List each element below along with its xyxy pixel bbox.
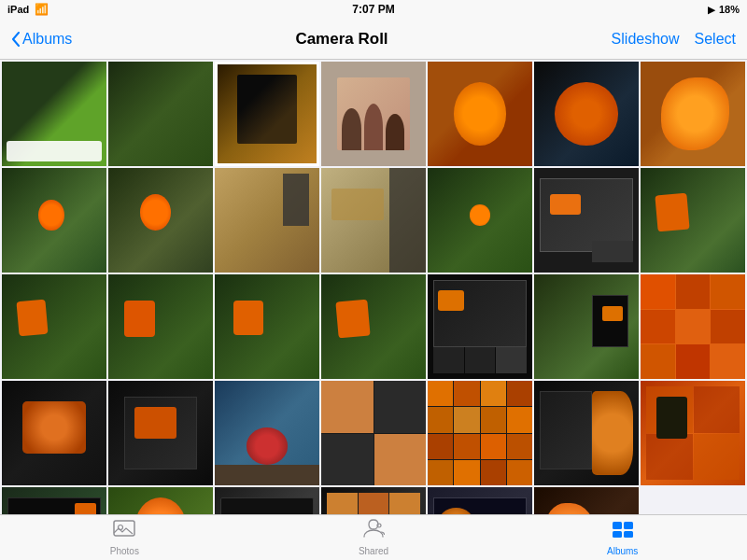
photo-cell[interactable]	[321, 381, 426, 485]
photo-cell[interactable]	[108, 487, 213, 514]
back-label: Albums	[22, 31, 72, 48]
svg-rect-4	[624, 522, 633, 529]
photo-cell[interactable]	[534, 274, 639, 379]
photo-cell[interactable]	[2, 381, 106, 485]
photo-cell[interactable]	[534, 487, 639, 514]
photo-cell[interactable]	[215, 274, 319, 379]
photo-cell[interactable]	[108, 274, 213, 379]
photo-cell[interactable]	[215, 487, 319, 514]
photo-cell[interactable]	[428, 487, 532, 514]
photo-cell[interactable]	[534, 381, 639, 485]
photo-cell[interactable]	[428, 168, 532, 273]
photo-cell[interactable]	[2, 274, 106, 379]
status-right: ▶ 18%	[708, 4, 740, 15]
tab-bar: Photos Shared Albums	[0, 514, 747, 560]
arrow-icon: ▶	[708, 5, 715, 15]
photo-cell[interactable]	[641, 168, 745, 273]
chevron-left-icon	[11, 32, 21, 47]
photo-cell[interactable]	[641, 62, 745, 166]
svg-rect-6	[624, 531, 633, 538]
photo-grid	[2, 62, 745, 514]
photo-cell[interactable]	[321, 274, 426, 379]
tab-shared-label: Shared	[359, 546, 388, 556]
photo-cell[interactable]	[108, 381, 213, 485]
photo-cell[interactable]	[641, 274, 745, 379]
nav-actions: Slideshow Select	[612, 31, 736, 48]
photos-icon	[113, 518, 135, 544]
carrier-label: iPad	[7, 4, 29, 15]
photo-cell-selected[interactable]	[215, 62, 319, 166]
photo-cell[interactable]	[108, 62, 213, 166]
tab-shared[interactable]: Shared	[249, 518, 499, 556]
photo-cell[interactable]	[2, 487, 106, 514]
photo-cell[interactable]	[534, 62, 639, 166]
svg-rect-5	[613, 531, 622, 538]
albums-icon	[612, 518, 634, 544]
photo-cell[interactable]	[215, 168, 319, 273]
tab-photos-label: Photos	[110, 546, 139, 556]
photo-cell[interactable]	[2, 62, 106, 166]
select-button[interactable]: Select	[695, 31, 736, 48]
battery-label: 18%	[719, 4, 740, 15]
nav-bar: Albums Camera Roll Slideshow Select	[0, 19, 747, 60]
photo-cell[interactable]	[428, 381, 532, 485]
photo-grid-container[interactable]	[0, 60, 747, 514]
photo-cell[interactable]	[215, 381, 319, 485]
photo-cell[interactable]	[321, 487, 426, 514]
svg-rect-3	[613, 522, 622, 529]
tab-albums-label: Albums	[607, 546, 638, 556]
photo-cell[interactable]	[2, 168, 106, 273]
slideshow-button[interactable]: Slideshow	[612, 31, 680, 48]
tab-albums[interactable]: Albums	[498, 518, 747, 556]
status-bar: iPad 📶 7:07 PM ▶ 18%	[0, 0, 747, 19]
tab-photos[interactable]: Photos	[0, 518, 249, 556]
photo-cell[interactable]	[428, 62, 532, 166]
back-button[interactable]: Albums	[11, 31, 72, 48]
photo-cell[interactable]	[641, 381, 745, 485]
nav-title: Camera Roll	[295, 30, 388, 49]
photo-cell[interactable]	[321, 168, 426, 273]
status-left: iPad 📶	[7, 3, 49, 16]
wifi-icon: 📶	[35, 3, 49, 16]
time-label: 7:07 PM	[352, 3, 394, 16]
photo-cell[interactable]	[321, 62, 426, 166]
shared-icon	[362, 518, 385, 544]
photo-cell[interactable]	[428, 274, 532, 379]
photo-cell[interactable]	[108, 168, 213, 273]
photo-cell[interactable]	[534, 168, 639, 273]
